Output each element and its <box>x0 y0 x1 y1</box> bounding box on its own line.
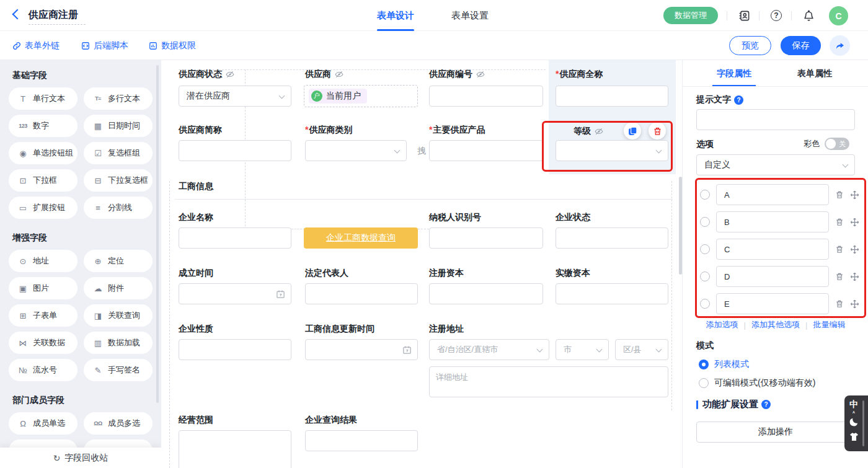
reg-capital-input[interactable] <box>429 283 543 304</box>
field-type-single-line-text[interactable]: T单行文本 <box>9 87 78 110</box>
field-type-serial-number[interactable]: №流水号 <box>9 359 78 381</box>
delete-option-button[interactable] <box>835 272 844 281</box>
field-type-subform[interactable]: ⊞子表单 <box>9 304 78 327</box>
option-value-input[interactable]: C <box>716 239 829 260</box>
drag-option-handle[interactable] <box>850 299 859 309</box>
save-button[interactable]: 保存 <box>781 36 821 55</box>
help-icon[interactable]: ? <box>761 400 771 409</box>
field-type-extend-button[interactable]: ▭扩展按钮 <box>9 196 78 219</box>
supplier-full-name-input[interactable] <box>556 86 668 107</box>
option-value-input[interactable]: D <box>716 266 829 287</box>
detail-address-textarea[interactable]: 详细地址 <box>429 366 668 397</box>
city-select[interactable]: 市 <box>556 339 609 360</box>
field-type-signature[interactable]: ✎手写签名 <box>84 359 153 381</box>
tab-form-settings[interactable]: 表单设置 <box>451 0 489 31</box>
drag-option-handle[interactable] <box>850 245 859 254</box>
hint-text-input[interactable] <box>696 109 855 130</box>
paid-capital-input[interactable] <box>556 283 668 304</box>
delete-option-button[interactable] <box>835 218 844 226</box>
field-type-image[interactable]: ▣图片 <box>9 277 78 299</box>
help-icon[interactable]: ? <box>769 8 784 23</box>
add-action-button[interactable]: 添加操作 <box>696 422 855 443</box>
established-date-input[interactable] <box>179 283 291 304</box>
canvas-scrollbar[interactable] <box>679 177 682 275</box>
data-manage-button[interactable]: 数据管理 <box>663 7 718 24</box>
option-radio[interactable] <box>700 217 710 227</box>
query-result-input[interactable] <box>305 430 418 451</box>
supplier-short-input[interactable] <box>179 140 291 161</box>
delete-option-button[interactable] <box>835 190 844 199</box>
notification-bell-icon[interactable] <box>801 8 816 23</box>
mode-list-radio[interactable]: 列表模式 <box>699 359 749 370</box>
backend-script-link[interactable]: 后端脚本 <box>81 40 128 52</box>
field-type-number[interactable]: 123数字 <box>9 115 78 137</box>
delete-field-button[interactable] <box>649 122 666 139</box>
drag-option-handle[interactable] <box>850 190 859 200</box>
option-radio[interactable] <box>700 190 710 200</box>
delete-option-button[interactable] <box>835 245 844 254</box>
province-select[interactable]: 省/自治区/直辖市 <box>429 339 549 360</box>
field-recycle-bin[interactable]: ↻ 字段回收站 <box>0 448 161 468</box>
business-scope-textarea[interactable] <box>179 430 291 468</box>
field-type-radio-group[interactable]: ◉单选按钮组 <box>9 142 78 164</box>
share-button[interactable] <box>830 35 850 56</box>
field-type-member-multi[interactable]: ΩΩ成员多选 <box>84 412 153 435</box>
avatar[interactable]: C <box>829 6 848 25</box>
sidebar-scrollbar[interactable] <box>156 65 159 403</box>
add-other-option-link[interactable]: 添加其他选项 <box>751 319 800 330</box>
add-option-link[interactable]: 添加选项 <box>706 319 738 330</box>
option-source-select[interactable]: 自定义 <box>696 154 855 175</box>
back-icon[interactable] <box>12 9 23 20</box>
supplier-field-box[interactable]: 户 当前用户 <box>304 85 418 107</box>
option-value-input[interactable]: E <box>716 293 829 314</box>
delete-option-button[interactable] <box>835 299 844 308</box>
option-radio[interactable] <box>700 244 710 254</box>
supplier-category-select[interactable] <box>305 140 407 161</box>
legal-rep-input[interactable] <box>305 283 418 304</box>
field-type-data-load[interactable]: ▥数据加载 <box>84 332 153 354</box>
company-nature-input[interactable] <box>179 339 291 360</box>
company-status-input[interactable] <box>556 227 668 249</box>
color-toggle[interactable]: 关 <box>825 138 849 150</box>
field-type-multi-line-text[interactable]: T≡多行文本 <box>84 87 153 110</box>
tax-id-input[interactable] <box>429 227 543 249</box>
field-type-member-single[interactable]: Ω成员单选 <box>9 412 78 435</box>
dark-mode-moon-icon[interactable] <box>844 417 863 430</box>
field-type-dropdown[interactable]: ⊡下拉框 <box>9 169 78 192</box>
main-products-input[interactable] <box>429 140 543 161</box>
drag-option-handle[interactable] <box>850 218 859 227</box>
grade-select[interactable] <box>556 140 668 161</box>
field-type-address[interactable]: ⊙地址 <box>9 250 78 272</box>
theme-shirt-icon[interactable] <box>844 431 863 444</box>
field-type-divider[interactable]: ≡分割线 <box>84 196 153 219</box>
copy-field-button[interactable] <box>624 122 641 139</box>
field-type-related-data[interactable]: ⋈关联数据 <box>9 332 78 354</box>
mode-editable-radio[interactable]: 可编辑模式(仅移动端有效) <box>699 377 815 389</box>
option-value-input[interactable]: B <box>716 211 829 232</box>
form-external-link[interactable]: 表单外链 <box>12 40 60 52</box>
field-type-attachment[interactable]: ☁附件 <box>84 277 153 299</box>
field-type-datetime[interactable]: ▦日期时间 <box>84 115 153 137</box>
tab-form-properties[interactable]: 表单属性 <box>797 60 832 86</box>
district-select[interactable]: 区/县 <box>615 339 668 360</box>
business-data-query-button[interactable]: 企业工商数据查询 <box>304 227 418 249</box>
company-name-input[interactable] <box>179 227 291 249</box>
contact-book-icon[interactable] <box>737 8 751 23</box>
option-radio[interactable] <box>700 272 710 281</box>
option-value-input[interactable]: A <box>716 184 829 205</box>
tab-form-design[interactable]: 表单设计 <box>377 0 414 31</box>
field-type-checkbox-group[interactable]: ☑复选框组 <box>84 142 153 164</box>
field-type-multi-dropdown[interactable]: ⊟下拉复选框 <box>84 169 153 192</box>
field-type-location[interactable]: ⊕定位 <box>84 250 153 272</box>
data-permission-link[interactable]: 数据权限 <box>149 40 196 52</box>
field-type-related-query[interactable]: ◨关联查询 <box>84 304 153 327</box>
supplier-no-input[interactable] <box>429 86 543 107</box>
batch-edit-link[interactable]: 批量编辑 <box>813 319 845 330</box>
option-radio[interactable] <box>700 299 710 309</box>
help-icon[interactable]: ? <box>734 95 743 105</box>
preview-button[interactable]: 预览 <box>729 36 771 55</box>
info-update-time-input[interactable] <box>305 339 418 360</box>
tab-field-properties[interactable]: 字段属性 <box>717 60 751 86</box>
supplier-status-select[interactable]: 潜在供应商 <box>179 86 291 107</box>
drag-option-handle[interactable] <box>850 272 859 281</box>
